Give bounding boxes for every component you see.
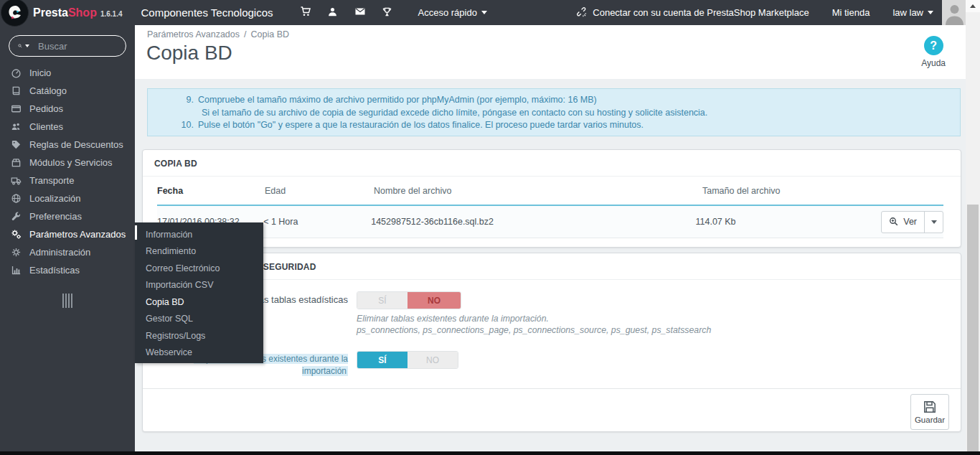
mail-icon[interactable] <box>347 6 374 19</box>
drop-tables-toggle-no[interactable]: NO <box>407 352 458 368</box>
wrench-icon <box>10 211 22 222</box>
alert-line: Si el tamaño de su archivo de copia de s… <box>176 107 947 120</box>
sidebar-item-inicio[interactable]: Inicio <box>0 64 135 82</box>
sidebar-item-preferencias[interactable]: Preferencias <box>0 207 135 225</box>
flyout-item-registros-logs[interactable]: Registros/Logs <box>135 327 263 344</box>
trophy-icon[interactable] <box>374 6 401 19</box>
zoom-in-icon <box>889 217 899 227</box>
info-alert: 9. Compruebe el tamaño máximo de archivo… <box>147 88 961 136</box>
customer-icon[interactable] <box>319 6 347 19</box>
sidebar-item-parametros-avanzados[interactable]: Parámetros Avanzados <box>0 225 135 243</box>
backup-panel-title: COPIA BD <box>143 150 961 177</box>
chevron-down-icon <box>481 11 487 14</box>
scrollbar-up-arrow[interactable] <box>966 0 980 12</box>
sidebar-item-pedidos[interactable]: Pedidos <box>0 100 135 118</box>
sidebar-item-label: Preferencias <box>29 211 82 222</box>
sidebar-item-label: Transporte <box>29 175 74 186</box>
sidebar-item-administracion[interactable]: Administración <box>0 243 135 261</box>
backup-table: Fecha Edad Nombre del archivo Tamaño del… <box>157 177 943 238</box>
chevron-down-icon <box>928 11 933 14</box>
marketplace-link[interactable]: Conectar con su cuenta de PrestaShop Mar… <box>577 7 809 18</box>
sidebar-item-transporte[interactable]: Transporte <box>0 172 135 189</box>
column-header-fecha[interactable]: Fecha <box>157 186 265 196</box>
vertical-scrollbar[interactable] <box>966 0 980 455</box>
chevron-down-icon <box>25 44 29 47</box>
flyout-item-rendimiento[interactable]: Rendimiento <box>135 243 263 261</box>
brand-name-secondary: Shop <box>68 6 97 19</box>
sidebar-item-clientes[interactable]: Clientes <box>0 118 135 136</box>
page-header: Parámetros Avanzados/Copia BD Copia BD ?… <box>135 25 966 79</box>
flyout-item-copia-bd[interactable]: Copia BD <box>135 294 263 311</box>
page-title: Copia BD <box>146 42 232 65</box>
brand: PrestaShop 1.6.1.4 <box>33 6 123 19</box>
stats-toggle-no[interactable]: NO <box>407 292 461 309</box>
floppy-disk-icon <box>923 400 937 414</box>
flyout-item-correo-electronico[interactable]: Correo Electrónico <box>135 260 263 277</box>
stats-toggle-help: Eliminar tablas existentes durante la im… <box>357 314 711 336</box>
breadcrumb: Parámetros Avanzados/Copia BD <box>147 29 289 39</box>
brand-name-primary: Presta <box>33 6 68 19</box>
sidebar-item-label: Parámetros Avanzados <box>29 229 126 240</box>
column-header-nombre: Nombre del archivo <box>374 186 702 196</box>
topbar-right: Conectar con su cuenta de PrestaShop Mar… <box>577 0 980 25</box>
shop-name-link[interactable]: Componentes Tecnologicos <box>141 6 273 19</box>
book-icon <box>10 85 22 96</box>
stats-toggle-yes[interactable]: SÍ <box>357 292 407 309</box>
sidebar-collapse-handle[interactable] <box>62 294 73 308</box>
sidebar-item-reglas-descuentos[interactable]: Reglas de Descuentos <box>0 136 135 154</box>
search-icon <box>18 41 22 51</box>
chevron-down-icon <box>931 220 937 224</box>
credit-card-icon <box>10 103 22 114</box>
sidebar-item-label: Inicio <box>29 67 51 78</box>
prestashop-logo-icon[interactable] <box>1 0 29 27</box>
truck-icon <box>10 175 22 186</box>
gear-icon <box>10 247 22 258</box>
save-button[interactable]: Guardar <box>910 394 949 430</box>
avatar[interactable] <box>942 0 967 25</box>
sidebar-item-label: Módulos y Servicios <box>29 157 113 168</box>
breadcrumb-parent[interactable]: Parámetros Avanzados <box>147 29 240 39</box>
flyout-item-informacion[interactable]: Información <box>135 226 263 243</box>
sidebar-item-label: Clientes <box>29 121 63 132</box>
sidebar-search[interactable] <box>9 35 126 57</box>
sidebar-item-localizacion[interactable]: Localización <box>0 189 135 207</box>
broken-link-icon <box>577 7 588 18</box>
sidebar-item-label: Reglas de Descuentos <box>29 139 123 150</box>
scrollbar-thumb[interactable] <box>967 205 979 452</box>
quick-access-menu[interactable]: Acceso rápido <box>418 7 487 18</box>
my-shop-link[interactable]: Mi tienda <box>832 7 870 18</box>
panel-footer-divider <box>143 388 961 389</box>
flyout-item-webservice[interactable]: Webservice <box>135 344 263 362</box>
flyout-item-gestor-sql[interactable]: Gestor SQL <box>135 311 263 328</box>
tag-icon <box>10 139 22 150</box>
sidebar-item-modulos[interactable]: Módulos y Servicios <box>0 154 135 172</box>
backup-options-panel: OPCIONES DE COPIA DE SEGURIDAD Omitir la… <box>142 253 961 432</box>
help-button[interactable]: ? Ayuda <box>921 36 946 68</box>
drop-tables-toggle: SÍ NO <box>357 351 458 369</box>
view-button-label: Ver <box>903 217 917 227</box>
sidebar-item-estadisticas[interactable]: Estadísticas <box>0 261 135 279</box>
sidebar-item-label: Catálogo <box>29 85 67 96</box>
advanced-parameters-flyout-menu: Información Rendimiento Correo Electróni… <box>135 222 263 363</box>
view-button[interactable]: Ver <box>882 212 924 233</box>
user-menu[interactable]: law law <box>892 7 933 18</box>
drop-tables-toggle-yes[interactable]: SÍ <box>357 352 407 368</box>
chart-icon <box>10 265 22 276</box>
sidebar-item-catalogo[interactable]: Catálogo <box>0 82 135 100</box>
brand-version: 1.6.1.4 <box>100 10 123 18</box>
search-input[interactable] <box>38 41 117 52</box>
backup-age: < 1 Hora <box>263 217 371 227</box>
help-label: Ayuda <box>921 58 946 68</box>
sidebar-item-label: Pedidos <box>29 103 63 114</box>
backup-table-header: Fecha Edad Nombre del archivo Tamaño del… <box>157 177 943 205</box>
table-row: 17/01/2016 00:38:32 < 1 Hora 1452987512-… <box>157 205 943 238</box>
flyout-item-importacion-csv[interactable]: Importación CSV <box>135 277 263 294</box>
gears-icon <box>10 229 22 240</box>
topbar-icons <box>292 6 401 19</box>
cart-icon[interactable] <box>292 6 319 19</box>
view-dropdown-toggle[interactable] <box>924 212 943 233</box>
breadcrumb-current: Copia BD <box>251 29 290 39</box>
help-icon: ? <box>924 36 943 55</box>
backup-filesize: 114.07 Kb <box>696 217 882 227</box>
home-icon <box>10 67 22 78</box>
